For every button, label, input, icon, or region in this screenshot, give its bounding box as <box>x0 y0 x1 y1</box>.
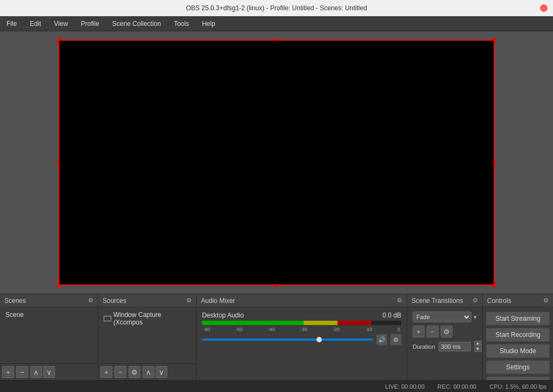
source-monitor-icon <box>104 316 111 321</box>
cpu-status: CPU: 1.5%, 60.00 fps <box>489 383 547 390</box>
audio-meter <box>202 321 401 325</box>
audio-mixer-panel-header: Audio Mixer ⚙ <box>197 294 407 307</box>
menu-bar: File Edit View Profile Scene Collection … <box>0 16 553 31</box>
bottom-panel: Scenes ⚙ Scene + − ∧ ∨ Sources ⚙ <box>0 294 553 392</box>
scenes-panel-content: Scene <box>0 307 98 363</box>
sources-panel-content: Window Capture (Xcompos <box>98 307 196 363</box>
sources-remove-button[interactable]: − <box>114 366 126 378</box>
source-item-label: Window Capture (Xcompos <box>113 311 191 326</box>
audio-controls: 🔊 ⚙ <box>202 334 401 345</box>
scene-item[interactable]: Scene <box>2 309 96 320</box>
audio-meter-fill <box>202 321 372 325</box>
scenes-panel-menu-icon[interactable]: ⚙ <box>88 297 93 304</box>
duration-spinner: ▲ ▼ <box>474 341 482 352</box>
transition-remove-button[interactable]: − <box>427 326 439 337</box>
transition-type-select[interactable]: Fade <box>413 312 471 322</box>
scenes-panel-footer: + − ∧ ∨ <box>0 363 98 380</box>
transition-settings-button[interactable]: ⚙ <box>441 326 453 337</box>
preview-border <box>58 40 495 286</box>
sources-panel-footer: + − ⚙ ∧ ∨ <box>98 363 196 380</box>
settings-button[interactable]: Settings <box>486 360 550 374</box>
audio-mixer-panel-menu-icon[interactable]: ⚙ <box>397 297 402 304</box>
volume-slider[interactable] <box>202 339 373 341</box>
sources-arrow-buttons: ∧ ∨ <box>143 366 167 378</box>
handle-top-left[interactable] <box>57 38 62 44</box>
sources-add-button[interactable]: + <box>100 366 112 378</box>
audio-channel-name: Desktop Audio <box>202 312 244 319</box>
sources-down-button[interactable]: ∨ <box>156 366 167 378</box>
window-title: OBS 25.0.3+dfsg1-2 (linux) - Profile: Un… <box>186 4 367 12</box>
controls-panel-content: Start Streaming Start Recording Studio M… <box>483 307 553 380</box>
sources-panel-title: Sources <box>103 297 126 305</box>
scene-transitions-panel-header: Scene Transitions ⚙ <box>407 294 482 307</box>
transition-add-button[interactable]: + <box>413 326 424 337</box>
menu-view[interactable]: View <box>52 19 70 29</box>
scenes-panel: Scenes ⚙ Scene + − ∧ ∨ <box>0 294 98 380</box>
handle-top-center[interactable] <box>274 38 279 44</box>
scene-transitions-panel-title: Scene Transitions <box>412 297 463 305</box>
audio-channel-db: 0.0 dB <box>382 312 401 319</box>
scenes-add-button[interactable]: + <box>2 366 14 378</box>
menu-file[interactable]: File <box>4 19 19 29</box>
controls-panel-menu-icon[interactable]: ⚙ <box>543 297 549 304</box>
duration-row: Duration ▲ ▼ <box>409 339 480 354</box>
start-streaming-button[interactable]: Start Streaming <box>486 312 550 326</box>
volume-thumb <box>316 337 322 342</box>
menu-edit[interactable]: Edit <box>28 19 43 29</box>
menu-tools[interactable]: Tools <box>172 19 191 29</box>
sources-panel-menu-icon[interactable]: ⚙ <box>186 297 192 304</box>
scenes-down-button[interactable]: ∨ <box>43 366 55 378</box>
duration-down-button[interactable]: ▼ <box>474 347 482 352</box>
audio-settings-button[interactable]: ⚙ <box>390 334 401 345</box>
audio-mixer-panel-title: Audio Mixer <box>201 297 235 305</box>
close-button[interactable] <box>540 4 548 12</box>
sources-settings-button[interactable]: ⚙ <box>129 366 140 378</box>
transition-select-arrow: ▾ <box>474 314 477 321</box>
status-bar: LIVE: 00:00:00 REC: 00:00:00 CPU: 1.5%, … <box>0 380 553 392</box>
transition-select-row: Fade ▾ <box>409 309 480 325</box>
controls-panel: Controls ⚙ Start Streaming Start Recordi… <box>483 294 553 380</box>
scene-transitions-panel: Scene Transitions ⚙ Fade ▾ + − ⚙ Duratio… <box>407 294 483 380</box>
mute-button[interactable]: 🔊 <box>376 334 387 345</box>
duration-input[interactable] <box>439 342 471 352</box>
start-recording-button[interactable]: Start Recording <box>486 328 550 342</box>
duration-up-button[interactable]: ▲ <box>474 341 482 346</box>
source-item[interactable]: Window Capture (Xcompos <box>100 309 194 328</box>
scene-transitions-panel-menu-icon[interactable]: ⚙ <box>473 297 478 304</box>
studio-mode-button[interactable]: Studio Mode <box>486 344 550 358</box>
sources-panel: Sources ⚙ Window Capture (Xcompos + − ⚙ … <box>98 294 197 380</box>
scenes-arrow-buttons: ∧ ∨ <box>30 366 55 378</box>
audio-mixer-content: Desktop Audio 0.0 dB -60 -50 -40 -30 -20… <box>197 307 407 380</box>
audio-channel-header: Desktop Audio 0.0 dB <box>202 312 401 319</box>
scene-transitions-content: Fade ▾ + − ⚙ Duration ▲ ▼ <box>407 307 482 380</box>
handle-top-right[interactable] <box>491 38 496 44</box>
audio-mixer-panel: Audio Mixer ⚙ Desktop Audio 0.0 dB -60 -… <box>197 294 407 380</box>
scenes-up-button[interactable]: ∧ <box>30 366 42 378</box>
duration-label: Duration <box>413 343 435 350</box>
transition-actions: + − ⚙ <box>409 325 480 339</box>
controls-panel-header: Controls ⚙ <box>483 294 553 307</box>
exit-button[interactable]: Exit <box>486 376 550 380</box>
handle-mid-left[interactable] <box>57 160 62 165</box>
menu-scene-collection[interactable]: Scene Collection <box>110 19 163 29</box>
menu-help[interactable]: Help <box>200 19 218 29</box>
rec-status: REC: 00:00:00 <box>437 383 476 390</box>
scenes-panel-title: Scenes <box>4 297 26 305</box>
menu-profile[interactable]: Profile <box>79 19 102 29</box>
sources-up-button[interactable]: ∧ <box>143 366 154 378</box>
handle-bot-center[interactable] <box>274 282 279 287</box>
title-bar: OBS 25.0.3+dfsg1-2 (linux) - Profile: Un… <box>0 0 553 16</box>
audio-channel-desktop: Desktop Audio 0.0 dB -60 -50 -40 -30 -20… <box>199 309 404 347</box>
audio-ticks: -60 -50 -40 -30 -20 -10 0 <box>202 327 401 332</box>
handle-bot-left[interactable] <box>57 282 62 287</box>
preview-area <box>0 31 553 294</box>
handle-bot-right[interactable] <box>491 282 496 287</box>
scenes-remove-button[interactable]: − <box>16 366 28 378</box>
sources-panel-header: Sources ⚙ <box>98 294 196 307</box>
scenes-panel-header: Scenes ⚙ <box>0 294 98 307</box>
live-status: LIVE: 00:00:00 <box>385 383 424 390</box>
panels-row: Scenes ⚙ Scene + − ∧ ∨ Sources ⚙ <box>0 294 553 380</box>
controls-panel-title: Controls <box>487 297 511 305</box>
handle-mid-right[interactable] <box>491 160 496 165</box>
preview-canvas <box>59 41 494 285</box>
